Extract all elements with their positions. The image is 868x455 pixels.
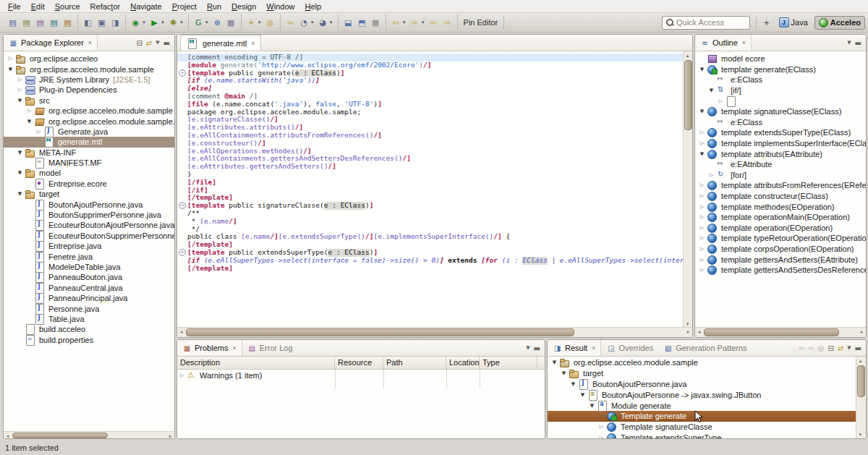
tree-item-generate.mtl[interactable]: generate.mtl <box>4 137 174 147</box>
problems-row[interactable]: ▷Warnings (1 item) <box>177 370 545 381</box>
tree-item-modeledetable.java[interactable]: ModeleDeTable.java <box>4 262 174 272</box>
tree-item-e-eattribute[interactable]: e:EAttribute <box>695 159 866 170</box>
code-line[interactable]: } <box>177 171 684 179</box>
code-area[interactable]: [comment encoding = UTF-8 /][module gene… <box>177 51 684 328</box>
tree-item-panneaucentral.java[interactable]: PanneauCentral.java <box>4 283 174 293</box>
pin-editor-toggle-icon[interactable]: ▣ <box>95 15 109 30</box>
minimize-icon[interactable]: ▬ <box>855 344 861 352</box>
code-line[interactable]: [if (e.name.startsWith('java'))] <box>177 77 684 85</box>
fold-collapse-icon[interactable] <box>177 202 187 210</box>
fold-collapse-icon[interactable] <box>177 69 187 77</box>
install-icon[interactable]: ▦ <box>224 15 238 30</box>
expand-arrow-icon[interactable]: ▷ <box>697 267 707 273</box>
expand-arrow-icon[interactable]: ▼ <box>697 109 707 114</box>
tree-item-template-constructeur-eclass-[interactable]: ▷template constructeur(EClass) <box>695 191 866 202</box>
run-icon[interactable]: ▶▼ <box>148 15 166 30</box>
tree-item-generate.java[interactable]: ▷Generate.java <box>4 127 174 137</box>
editor-vscrollbar[interactable]: ▴ ▾ <box>683 51 692 328</box>
expand-arrow-icon[interactable]: ▼ <box>697 151 707 157</box>
menu-window[interactable]: Window <box>261 1 299 12</box>
tree-item-manifest.mf[interactable]: MANIFEST.MF <box>4 158 174 168</box>
expand-arrow-icon[interactable]: ▼ <box>25 119 34 124</box>
tree-item-jre-system-library[interactable]: ▷JRE System Library[J2SE-1.5] <box>4 75 174 85</box>
next-annotation-icon[interactable]: ◕▼ <box>316 15 335 30</box>
close-icon[interactable]: × <box>592 344 595 352</box>
open-element-icon[interactable]: ◎ <box>263 15 277 30</box>
tree-item-model[interactable]: ▼model <box>4 168 174 178</box>
prev-annotation-icon[interactable]: ◔▼ <box>297 15 316 30</box>
code-line[interactable]: [e.constructeur()/] <box>177 140 684 148</box>
tree-item-table.java[interactable]: Table.java <box>4 314 174 324</box>
tree-item-template-extendssupertype-eclass-[interactable]: ▷template extendsSuperType(EClass) <box>695 127 866 138</box>
expand-arrow-icon[interactable]: ▼ <box>697 67 707 72</box>
expand-arrow-icon[interactable]: ▷ <box>697 182 707 188</box>
scrollbar-thumb[interactable] <box>684 60 692 130</box>
tree-item-template-attributs-eattribute-[interactable]: ▼template attributs(EAttribute) <box>695 148 866 159</box>
column-header-description[interactable]: Description <box>177 357 335 369</box>
editor-hscrollbar[interactable]: ◂ ▸ <box>177 327 692 337</box>
menu-design[interactable]: Design <box>226 1 261 12</box>
expand-arrow-icon[interactable]: ▷ <box>177 373 187 378</box>
tree-item-personne.java[interactable]: Personne.java <box>4 303 174 313</box>
code-line[interactable]: /** <box>177 210 684 218</box>
code-line[interactable]: [if (e.eAllSuperTypes->select(interface … <box>177 257 684 265</box>
tree-item-boutonajoutpersonne.java[interactable]: ▼BoutonAjoutPersonne.java <box>548 379 856 390</box>
tree-item-fenetre.java[interactable]: Fenetre.java <box>4 251 174 261</box>
tree-item-template-attributsfromreferences-erefere[interactable]: ▷template attributsFromReferences(ERefer… <box>695 180 866 191</box>
tree-item-meta-inf[interactable]: ▼META-INF <box>4 148 174 158</box>
back-plain-icon[interactable]: ⇦ <box>427 15 441 30</box>
scroll-right-icon[interactable]: ▸ <box>684 328 692 336</box>
link-editor-icon[interactable]: ◨ <box>109 15 122 30</box>
collapse-all-icon[interactable]: ⊟ <box>136 39 142 47</box>
forward-icon[interactable]: ⇨▼ <box>408 15 427 30</box>
expand-arrow-icon[interactable]: ▷ <box>716 98 726 104</box>
tab-overrides[interactable]: ◲ Overrides <box>601 340 658 356</box>
expand-arrow-icon[interactable]: ▷ <box>697 225 707 231</box>
expand-arrow-icon[interactable]: ▼ <box>6 67 15 72</box>
scroll-left-icon[interactable]: ◂ <box>695 328 703 336</box>
web-browser-icon[interactable]: ⊕ <box>210 15 224 30</box>
tree-item-template-extendssupertype[interactable]: ▷Template extendsSuperType <box>548 433 856 438</box>
menu-navigate[interactable]: Navigate <box>125 1 166 12</box>
link-with-editor-icon[interactable]: ⇄ <box>146 39 152 47</box>
scroll-down-icon[interactable]: ▾ <box>856 430 864 438</box>
expand-arrow-icon[interactable]: ▷ <box>697 204 707 210</box>
expand-arrow-icon[interactable]: ▼ <box>578 392 587 398</box>
tree-item-org.eclipse.acceleo.module.sample[interactable]: ▷org.eclipse.acceleo.module.sample <box>4 106 174 116</box>
collapse-all-icon[interactable]: ⊟ <box>827 344 833 352</box>
close-icon[interactable]: × <box>251 40 255 47</box>
expand-arrow-icon[interactable]: ▼ <box>559 370 569 376</box>
tree-item-org.eclipse.acceleo.module.sample[interactable]: ▼org.eclipse.acceleo.module.sample <box>4 64 174 74</box>
tree-item-build.acceleo[interactable]: build.acceleo <box>4 324 174 334</box>
close-icon[interactable]: × <box>742 39 746 46</box>
expand-arrow-icon[interactable]: ▷ <box>697 257 707 263</box>
code-line[interactable]: * [e.name/] <box>177 218 684 226</box>
column-header-resource[interactable]: Resource <box>335 357 383 369</box>
tab-problems[interactable]: ▦ Problems × <box>177 340 242 356</box>
tree-item-template-typeretouroperation-eoperation-[interactable]: ▷template typeRetourOperation(EOperation… <box>695 233 866 244</box>
tree-item-boutonajoutpersonne.java[interactable]: BoutonAjoutPersonne.java <box>4 199 174 209</box>
pin-editor-button[interactable]: Pin Editor <box>458 16 504 29</box>
menu-project[interactable]: Project <box>167 1 202 12</box>
fold-collapse-icon[interactable] <box>177 249 187 257</box>
expand-arrow-icon[interactable]: ▼ <box>569 381 578 387</box>
expand-arrow-icon[interactable]: ▷ <box>597 435 606 438</box>
tree-item-boutonsupprimerpersonne.java[interactable]: BoutonSupprimerPersonne.java <box>4 210 174 220</box>
outline-hscrollbar[interactable]: ◂ ▸ <box>695 327 866 337</box>
column-header-path[interactable]: Path <box>383 357 446 369</box>
expand-arrow-icon[interactable]: ▼ <box>15 98 25 103</box>
tree-item-e-eclass[interactable]: e:EClass <box>695 117 866 128</box>
back-icon[interactable]: ⇦▼ <box>389 15 408 30</box>
code-line[interactable]: public class [e.name/][e.extendsSuperTyp… <box>177 233 684 241</box>
tree-item-template-signatureclasse-eclass-[interactable]: ▼template signatureClasse(EClass) <box>695 106 866 117</box>
expand-arrow-icon[interactable]: ▷ <box>15 87 25 93</box>
tab-result[interactable]: ◨ Result × <box>548 340 601 356</box>
scroll-left-icon[interactable]: ◂ <box>4 432 12 439</box>
close-icon[interactable]: × <box>232 344 236 352</box>
tree-item-entreprise.ecore[interactable]: Entreprise.ecore <box>4 179 174 189</box>
column-header-type[interactable]: Type <box>480 357 537 369</box>
code-line[interactable]: [template public signatureClasse(e : ECl… <box>177 202 684 210</box>
expand-arrow-icon[interactable]: ▼ <box>587 403 597 409</box>
expand-arrow-icon[interactable]: ▷ <box>34 129 43 135</box>
code-line[interactable]: [e.eAttributes.gettersAndSetters()/] <box>177 163 684 171</box>
